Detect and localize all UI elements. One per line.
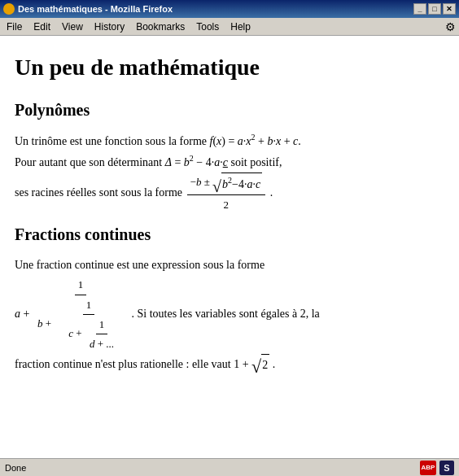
statusbar-icons: ABP S [420,461,454,475]
page-title: Un peu de mathématique [15,50,444,85]
menubar: File Edit View History Bookmarks Tools H… [0,18,459,36]
statusbar: Done ABP S [0,458,459,476]
titlebar-buttons[interactable]: _ □ ✕ [413,3,456,15]
text-determinant: Pour autant que son déterminant Δ = b2 −… [15,156,282,168]
sqrt-2-content: 2 [261,354,269,375]
minimize-button[interactable]: _ [413,3,426,15]
cf-num1: 1 [75,275,87,295]
cf-outer: 1 b + 1 c + 1 d + ... [34,275,127,354]
browser-content: Un peu de mathématique Polynômes Un trin… [0,36,459,458]
section1-title: Polynômes [15,98,444,122]
menu-edit[interactable]: Edit [28,20,55,34]
cf-num3: 1 [96,315,108,334]
section2-title: Fractions continues [15,222,444,247]
formula-fx: f [210,135,213,147]
cf-num2: 1 [83,295,95,315]
cf-den1: b + 1 c + 1 d + ... [34,295,127,354]
maximize-button[interactable]: □ [428,3,441,15]
titlebar-text: Des mathématiques - Mozilla Firefox [18,4,173,14]
formula-x: x [216,135,221,147]
s-icon[interactable]: S [439,461,454,475]
menu-history[interactable]: History [90,20,129,34]
text-fraction-continue: Une fraction continue est une expression… [15,259,264,271]
text-si-toutes: . Si toutes les variables sont égales à … [131,308,319,320]
sqrt-2: √ 2 [251,354,269,375]
menu-file[interactable]: File [2,20,27,34]
formula-numerator: −b ± √ b2−4·a·c [187,172,266,195]
cf-inner2: 1 d + ... [86,315,117,354]
titlebar-title: Des mathématiques - Mozilla Firefox [3,3,173,15]
section2-paragraph1: Une fraction continue est une expression… [15,255,444,376]
abp-icon[interactable]: ABP [420,461,436,475]
section1-paragraph1: Un trinôme est une fonction sous la form… [15,130,444,214]
quadratic-formula: −b ± √ b2−4·a·c 2 [187,172,266,214]
cf-den2: c + 1 d + ... [55,315,122,354]
menu-tools[interactable]: Tools [191,20,224,34]
close-button[interactable]: ✕ [443,3,456,15]
formula-b: b [267,135,273,147]
menu-bookmarks[interactable]: Bookmarks [131,20,190,34]
menu-view[interactable]: View [57,20,88,34]
titlebar: Des mathématiques - Mozilla Firefox _ □ … [0,0,459,18]
firefox-icon [3,3,15,15]
sqrt-content: b2−4·a·c [221,172,262,194]
menu-help[interactable]: Help [225,20,256,34]
settings-icon[interactable]: ⚙ [443,20,457,34]
cf-a: a [15,308,20,320]
cf-inner1: 1 c + 1 d + ... [55,295,122,354]
text-fraction-rationelle: fraction continue n'est plus rationelle … [15,358,251,370]
text-trinome: Un trinôme est une fonction sous la form… [15,135,210,147]
sqrt-symbol-2: √ [251,358,261,376]
formula-a: a [238,135,243,147]
formula-denominator: 2 [221,195,233,214]
status-text: Done [5,463,26,473]
sqrt-symbol: √ [212,178,221,194]
cf-den3: d + ... [86,334,117,353]
period1: . [270,186,273,199]
period2: . [273,358,276,370]
text-racines: ses racines réelles sont sous la forme [15,186,186,199]
sqrt-discriminant: √ b2−4·a·c [212,172,262,194]
settings-area: ⚙ [443,20,457,34]
